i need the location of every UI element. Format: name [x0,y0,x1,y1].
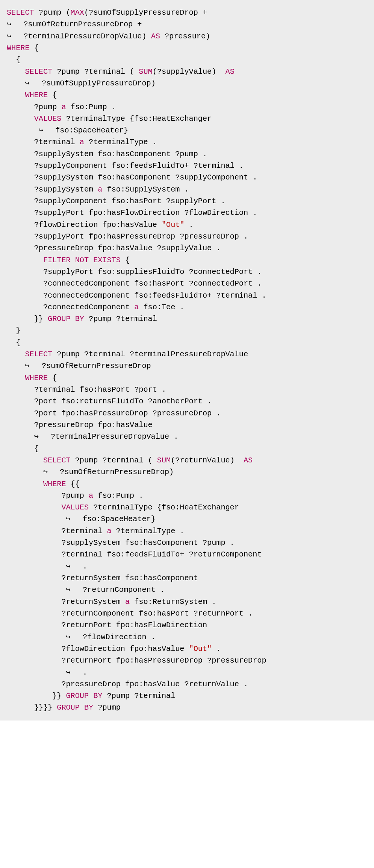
code-token [7,456,43,465]
code-token: ?supplySystem fso:hasComponent ?pump . [7,538,235,547]
code-token [7,562,66,571]
code-token: { [7,55,20,64]
code-token: . [74,562,87,571]
code-token [7,515,66,523]
code-token [7,362,25,370]
code-token: { [7,338,20,347]
keyword-token: AS [244,456,253,465]
code-token: ?pump ?terminal ( [71,456,157,465]
code-token: ?supplyComponent fso:feedsFluidTo+ ?term… [7,161,244,170]
code-token: ?returnComponent fso:hasPort ?returnPort… [7,609,253,618]
code-token: ?returnSystem fso:hasComponent [7,574,198,582]
code-token: ?sumOfReturnPressureDrop + [14,20,142,29]
code-token [7,79,25,88]
continuation-arrow-icon [66,561,74,572]
code-token: ?terminal [7,527,107,535]
code-token: { [7,444,39,453]
code-token: { [48,91,57,99]
keyword-token: a [61,103,66,111]
keyword-token: SELECT [25,67,52,76]
code-token: ?terminalPressureDropValue . [42,432,178,441]
code-token: ?returnSystem [7,597,125,606]
keyword-token: WHERE [43,480,66,488]
code-token: ?terminal fso:hasPort ?port . [7,385,166,394]
keyword-token: GROUP BY [48,315,84,323]
code-token: ?returnPort fpo:hasFlowDirection [7,621,207,629]
code-token: (?supplyValue) [153,67,226,76]
keyword-token: VALUES [61,503,89,512]
code-token: fso:SpaceHeater} [74,515,156,523]
continuation-arrow-icon [66,584,74,596]
code-token [89,256,93,265]
code-token: fso:Tee . [139,303,184,312]
code-token: { [121,256,130,265]
code-token: ?flowDirection . [74,633,156,641]
keyword-token: a [98,185,102,194]
continuation-arrow-icon [43,466,51,478]
code-token: ?terminal [7,138,80,146]
code-token: fso:Pump . [66,103,116,111]
continuation-arrow-icon [34,431,42,442]
code-token: ?pump ?terminal [84,315,157,323]
keyword-token: a [107,527,112,535]
code-token: ?returnComponent . [74,585,165,594]
keyword-token: SELECT [43,456,71,465]
code-token: . [74,668,87,677]
code-token: }}}} [7,703,57,712]
sparql-code-listing: SELECT ?pump (MAX(?sumOfSupplyPressureDr… [0,0,374,721]
code-token: ?sumOfSupplyPressureDrop) [33,79,156,88]
code-token: ?connectedComponent fso:feedsFluidTo+ ?t… [7,291,266,300]
code-token: ?supplyPort fpo:hasFlowDirection ?flowDi… [7,208,257,217]
code-token: ?port fso:returnsFluidTo ?anotherPort . [7,397,212,406]
keyword-token: MAX [71,8,84,17]
code-token: ?terminalType . [84,138,157,146]
keyword-token: SELECT [25,350,52,359]
string-literal-token: "Out" [189,645,212,653]
continuation-arrow-icon [66,513,74,525]
keyword-token: a [80,138,84,146]
code-token [7,585,66,594]
continuation-arrow-icon [7,18,14,30]
code-token [7,91,25,99]
keyword-token: WHERE [25,91,48,99]
code-token [7,67,25,76]
code-token: ?returnPort fpo:hasPressureDrop ?pressur… [7,656,266,665]
code-token: {{ [66,480,80,488]
keyword-token: VALUES [34,114,62,123]
code-token [7,350,25,359]
code-token [71,256,75,265]
code-token: ?terminalType . [112,527,185,535]
code-token: ?supplySystem fso:hasComponent ?supplyCo… [7,173,257,182]
code-token: fso:ReturnSystem . [130,597,216,606]
code-token: ?pressureDrop fpo:hasValue ?returnValue … [7,680,248,689]
code-token: ?flowDirection fpo:hasValue [7,645,189,653]
code-token: } [7,326,20,335]
code-token: fso:SpaceHeater} [46,126,128,135]
code-token: ?supplyPort fpo:hasPressureDrop ?pressur… [7,232,248,241]
code-token: { [48,374,57,382]
code-token: ?pump [7,103,61,111]
code-token [7,432,34,441]
code-token: ?sumOfReturnPressureDrop [33,362,151,370]
keyword-token: SUM [139,67,152,76]
code-token: ?sumOfReturnPressureDrop) [51,468,174,476]
code-token: ?pump ?terminal [102,692,175,700]
continuation-arrow-icon [66,631,74,643]
code-token: ?pressureDrop fpo:hasValue ?supplyValue … [7,244,221,252]
code-token [7,633,66,641]
code-token [7,468,43,476]
code-token: ?terminalType {fso:HeatExchanger [61,114,212,123]
continuation-arrow-icon [25,360,32,372]
string-literal-token: "Out" [162,220,185,229]
code-token [7,256,43,265]
code-token: ?flowDirection fpo:hasValue [7,220,162,229]
keyword-token: GROUP BY [57,703,93,712]
code-token: ?pump ?terminal ?terminalPressureDropVal… [52,350,248,359]
code-token: ?pump ?terminal ( [52,67,139,76]
code-token: ?pump [7,491,89,500]
code-token: ?pump [93,703,121,712]
code-token [7,480,43,488]
keyword-token: a [125,597,130,606]
keyword-token: EXISTS [93,256,121,265]
code-token: ?supplyPort fso:suppliesFluidTo ?connect… [7,268,262,276]
